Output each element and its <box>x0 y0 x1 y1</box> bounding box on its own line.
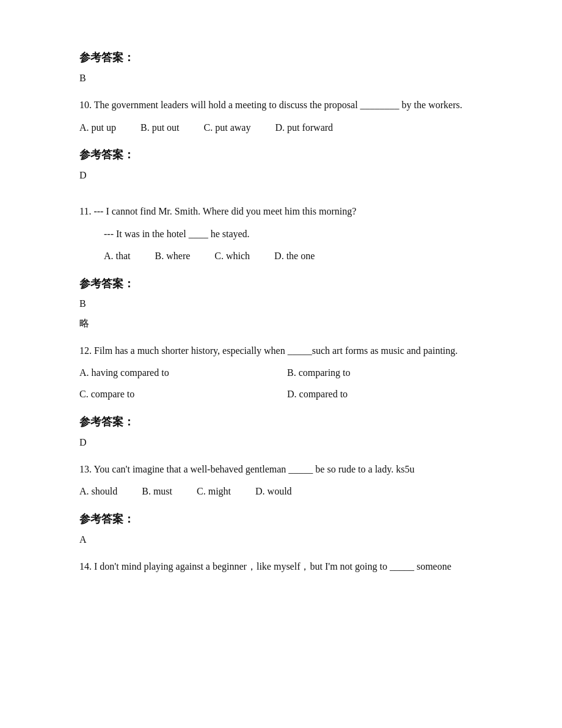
answer-letter-13: A <box>79 532 483 548</box>
answer-section-10: 参考答案： D <box>79 146 483 183</box>
question-10-options: A. put up B. put out C. put away D. put … <box>79 120 483 136</box>
option-13-d: D. would <box>255 483 292 499</box>
option-12-a: A. having compared to <box>79 365 275 381</box>
question-11-text-line1: 11. --- I cannot find Mr. Smith. Where d… <box>79 203 483 219</box>
option-11-d: D. the one <box>274 248 315 264</box>
option-11-c: C. which <box>214 248 250 264</box>
question-11-text-line2: --- It was in the hotel ____ he stayed. <box>104 226 483 242</box>
option-12-c: C. compare to <box>79 386 275 402</box>
answer-section-pre10: 参考答案： B <box>79 49 483 86</box>
question-11-options: A. that B. where C. which D. the one <box>104 248 483 264</box>
answer-section-11: 参考答案： B 略 <box>79 275 483 331</box>
question-10-section: 10. The government leaders will hold a m… <box>79 97 483 135</box>
question-12-text: 12. Film has a much shorter history, esp… <box>79 342 483 359</box>
answer-letter-pre10: B <box>79 70 483 86</box>
option-12-b: B. comparing to <box>287 365 483 381</box>
option-12-d: D. compared to <box>287 386 483 402</box>
option-10-c: C. put away <box>204 120 251 136</box>
question-14-text: 14. I don't mind playing against a begin… <box>79 558 483 575</box>
question-13-text: 13. You can't imagine that a well-behave… <box>79 461 483 477</box>
divider-1 <box>79 194 483 203</box>
ref-answer-label-pre10: 参考答案： <box>79 49 483 67</box>
option-13-c: C. might <box>197 483 231 499</box>
answer-section-12: 参考答案： D <box>79 413 483 450</box>
option-11-a: A. that <box>104 248 131 264</box>
question-13-options: A. should B. must C. might D. would <box>79 483 483 499</box>
answer-letter-12: D <box>79 435 483 450</box>
question-13-section: 13. You can't imagine that a well-behave… <box>79 461 483 499</box>
answer-letter-10: D <box>79 167 483 183</box>
question-14-section: 14. I don't mind playing against a begin… <box>79 558 483 575</box>
answer-section-13: 参考答案： A <box>79 510 483 547</box>
option-10-a: A. put up <box>79 120 116 136</box>
ref-answer-label-12: 参考答案： <box>79 413 483 431</box>
option-10-d: D. put forward <box>275 120 333 136</box>
answer-letter-11: B <box>79 296 483 312</box>
ref-answer-label-13: 参考答案： <box>79 510 483 528</box>
question-12-options: A. having compared to B. comparing to C.… <box>79 365 483 402</box>
question-11-section: 11. --- I cannot find Mr. Smith. Where d… <box>79 203 483 264</box>
ref-answer-label-11: 参考答案： <box>79 275 483 293</box>
option-13-a: A. should <box>79 483 117 499</box>
option-13-b: B. must <box>142 483 172 499</box>
ref-answer-label-10: 参考答案： <box>79 146 483 164</box>
question-12-section: 12. Film has a much shorter history, esp… <box>79 342 483 402</box>
note-11: 略 <box>79 315 483 331</box>
option-10-b: B. put out <box>140 120 180 136</box>
question-10-text: 10. The government leaders will hold a m… <box>79 97 483 113</box>
option-11-b: B. where <box>155 248 191 264</box>
